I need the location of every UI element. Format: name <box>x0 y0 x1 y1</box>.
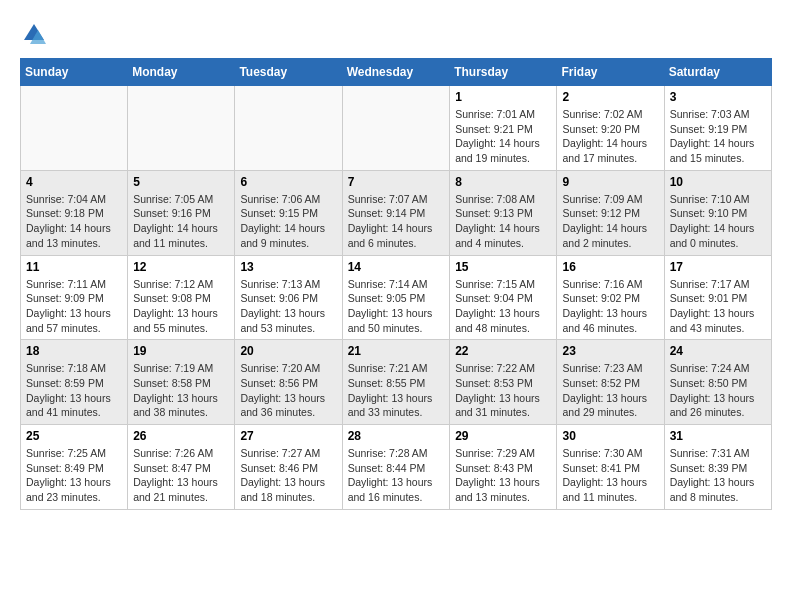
calendar-table: SundayMondayTuesdayWednesdayThursdayFrid… <box>20 58 772 510</box>
day-info: Sunrise: 7:30 AM Sunset: 8:41 PM Dayligh… <box>562 446 658 505</box>
calendar-cell: 20Sunrise: 7:20 AM Sunset: 8:56 PM Dayli… <box>235 340 342 425</box>
day-number: 19 <box>133 344 229 358</box>
day-number: 16 <box>562 260 658 274</box>
calendar-cell: 29Sunrise: 7:29 AM Sunset: 8:43 PM Dayli… <box>450 425 557 510</box>
day-info: Sunrise: 7:12 AM Sunset: 9:08 PM Dayligh… <box>133 277 229 336</box>
calendar-cell: 15Sunrise: 7:15 AM Sunset: 9:04 PM Dayli… <box>450 255 557 340</box>
calendar-cell: 2Sunrise: 7:02 AM Sunset: 9:20 PM Daylig… <box>557 86 664 171</box>
calendar-cell: 5Sunrise: 7:05 AM Sunset: 9:16 PM Daylig… <box>128 170 235 255</box>
calendar-cell: 23Sunrise: 7:23 AM Sunset: 8:52 PM Dayli… <box>557 340 664 425</box>
day-number: 25 <box>26 429 122 443</box>
day-info: Sunrise: 7:15 AM Sunset: 9:04 PM Dayligh… <box>455 277 551 336</box>
calendar-cell: 25Sunrise: 7:25 AM Sunset: 8:49 PM Dayli… <box>21 425 128 510</box>
day-info: Sunrise: 7:17 AM Sunset: 9:01 PM Dayligh… <box>670 277 766 336</box>
weekday-header-row: SundayMondayTuesdayWednesdayThursdayFrid… <box>21 59 772 86</box>
day-info: Sunrise: 7:23 AM Sunset: 8:52 PM Dayligh… <box>562 361 658 420</box>
day-number: 2 <box>562 90 658 104</box>
week-row-5: 25Sunrise: 7:25 AM Sunset: 8:49 PM Dayli… <box>21 425 772 510</box>
day-number: 15 <box>455 260 551 274</box>
day-number: 12 <box>133 260 229 274</box>
day-info: Sunrise: 7:16 AM Sunset: 9:02 PM Dayligh… <box>562 277 658 336</box>
calendar-cell: 1Sunrise: 7:01 AM Sunset: 9:21 PM Daylig… <box>450 86 557 171</box>
calendar-cell <box>235 86 342 171</box>
day-number: 27 <box>240 429 336 443</box>
week-row-1: 1Sunrise: 7:01 AM Sunset: 9:21 PM Daylig… <box>21 86 772 171</box>
day-info: Sunrise: 7:18 AM Sunset: 8:59 PM Dayligh… <box>26 361 122 420</box>
day-number: 1 <box>455 90 551 104</box>
day-info: Sunrise: 7:06 AM Sunset: 9:15 PM Dayligh… <box>240 192 336 251</box>
day-number: 14 <box>348 260 445 274</box>
calendar-cell <box>342 86 450 171</box>
calendar-cell: 19Sunrise: 7:19 AM Sunset: 8:58 PM Dayli… <box>128 340 235 425</box>
day-number: 30 <box>562 429 658 443</box>
day-info: Sunrise: 7:03 AM Sunset: 9:19 PM Dayligh… <box>670 107 766 166</box>
calendar-cell: 8Sunrise: 7:08 AM Sunset: 9:13 PM Daylig… <box>450 170 557 255</box>
day-number: 3 <box>670 90 766 104</box>
calendar-cell: 24Sunrise: 7:24 AM Sunset: 8:50 PM Dayli… <box>664 340 771 425</box>
weekday-header-saturday: Saturday <box>664 59 771 86</box>
calendar-cell: 30Sunrise: 7:30 AM Sunset: 8:41 PM Dayli… <box>557 425 664 510</box>
page-header <box>20 20 772 48</box>
day-number: 10 <box>670 175 766 189</box>
day-number: 22 <box>455 344 551 358</box>
week-row-3: 11Sunrise: 7:11 AM Sunset: 9:09 PM Dayli… <box>21 255 772 340</box>
day-info: Sunrise: 7:24 AM Sunset: 8:50 PM Dayligh… <box>670 361 766 420</box>
calendar-cell: 27Sunrise: 7:27 AM Sunset: 8:46 PM Dayli… <box>235 425 342 510</box>
calendar-cell: 16Sunrise: 7:16 AM Sunset: 9:02 PM Dayli… <box>557 255 664 340</box>
calendar-cell: 17Sunrise: 7:17 AM Sunset: 9:01 PM Dayli… <box>664 255 771 340</box>
day-info: Sunrise: 7:01 AM Sunset: 9:21 PM Dayligh… <box>455 107 551 166</box>
calendar-cell: 9Sunrise: 7:09 AM Sunset: 9:12 PM Daylig… <box>557 170 664 255</box>
day-info: Sunrise: 7:07 AM Sunset: 9:14 PM Dayligh… <box>348 192 445 251</box>
calendar-cell: 13Sunrise: 7:13 AM Sunset: 9:06 PM Dayli… <box>235 255 342 340</box>
calendar-cell <box>21 86 128 171</box>
week-row-4: 18Sunrise: 7:18 AM Sunset: 8:59 PM Dayli… <box>21 340 772 425</box>
calendar-cell: 6Sunrise: 7:06 AM Sunset: 9:15 PM Daylig… <box>235 170 342 255</box>
day-info: Sunrise: 7:04 AM Sunset: 9:18 PM Dayligh… <box>26 192 122 251</box>
day-info: Sunrise: 7:26 AM Sunset: 8:47 PM Dayligh… <box>133 446 229 505</box>
day-number: 28 <box>348 429 445 443</box>
day-number: 13 <box>240 260 336 274</box>
calendar-cell: 11Sunrise: 7:11 AM Sunset: 9:09 PM Dayli… <box>21 255 128 340</box>
weekday-header-sunday: Sunday <box>21 59 128 86</box>
day-info: Sunrise: 7:10 AM Sunset: 9:10 PM Dayligh… <box>670 192 766 251</box>
calendar-cell: 10Sunrise: 7:10 AM Sunset: 9:10 PM Dayli… <box>664 170 771 255</box>
day-number: 7 <box>348 175 445 189</box>
day-info: Sunrise: 7:22 AM Sunset: 8:53 PM Dayligh… <box>455 361 551 420</box>
day-info: Sunrise: 7:21 AM Sunset: 8:55 PM Dayligh… <box>348 361 445 420</box>
weekday-header-monday: Monday <box>128 59 235 86</box>
day-info: Sunrise: 7:13 AM Sunset: 9:06 PM Dayligh… <box>240 277 336 336</box>
calendar-cell: 3Sunrise: 7:03 AM Sunset: 9:19 PM Daylig… <box>664 86 771 171</box>
calendar-cell: 22Sunrise: 7:22 AM Sunset: 8:53 PM Dayli… <box>450 340 557 425</box>
day-info: Sunrise: 7:27 AM Sunset: 8:46 PM Dayligh… <box>240 446 336 505</box>
day-number: 11 <box>26 260 122 274</box>
day-info: Sunrise: 7:20 AM Sunset: 8:56 PM Dayligh… <box>240 361 336 420</box>
calendar-cell: 26Sunrise: 7:26 AM Sunset: 8:47 PM Dayli… <box>128 425 235 510</box>
weekday-header-wednesday: Wednesday <box>342 59 450 86</box>
calendar-cell: 28Sunrise: 7:28 AM Sunset: 8:44 PM Dayli… <box>342 425 450 510</box>
calendar-cell: 18Sunrise: 7:18 AM Sunset: 8:59 PM Dayli… <box>21 340 128 425</box>
day-info: Sunrise: 7:14 AM Sunset: 9:05 PM Dayligh… <box>348 277 445 336</box>
logo-icon <box>20 20 48 48</box>
calendar-cell <box>128 86 235 171</box>
day-info: Sunrise: 7:11 AM Sunset: 9:09 PM Dayligh… <box>26 277 122 336</box>
logo <box>20 20 52 48</box>
day-number: 20 <box>240 344 336 358</box>
day-number: 21 <box>348 344 445 358</box>
day-info: Sunrise: 7:25 AM Sunset: 8:49 PM Dayligh… <box>26 446 122 505</box>
day-info: Sunrise: 7:02 AM Sunset: 9:20 PM Dayligh… <box>562 107 658 166</box>
day-number: 5 <box>133 175 229 189</box>
day-number: 4 <box>26 175 122 189</box>
weekday-header-tuesday: Tuesday <box>235 59 342 86</box>
calendar-cell: 14Sunrise: 7:14 AM Sunset: 9:05 PM Dayli… <box>342 255 450 340</box>
day-info: Sunrise: 7:29 AM Sunset: 8:43 PM Dayligh… <box>455 446 551 505</box>
weekday-header-friday: Friday <box>557 59 664 86</box>
day-number: 23 <box>562 344 658 358</box>
day-info: Sunrise: 7:28 AM Sunset: 8:44 PM Dayligh… <box>348 446 445 505</box>
calendar-cell: 12Sunrise: 7:12 AM Sunset: 9:08 PM Dayli… <box>128 255 235 340</box>
day-number: 17 <box>670 260 766 274</box>
day-number: 26 <box>133 429 229 443</box>
calendar-cell: 7Sunrise: 7:07 AM Sunset: 9:14 PM Daylig… <box>342 170 450 255</box>
calendar-cell: 4Sunrise: 7:04 AM Sunset: 9:18 PM Daylig… <box>21 170 128 255</box>
calendar-cell: 31Sunrise: 7:31 AM Sunset: 8:39 PM Dayli… <box>664 425 771 510</box>
day-number: 24 <box>670 344 766 358</box>
